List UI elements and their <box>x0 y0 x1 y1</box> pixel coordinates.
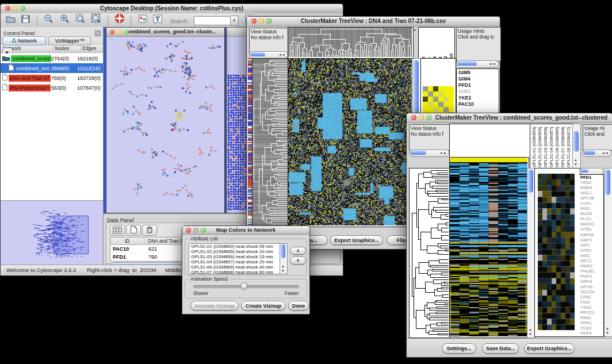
close-icon[interactable] <box>411 115 416 120</box>
gene-label[interactable]: MAK31 <box>579 221 603 227</box>
attribute-list-scrollbar[interactable]: ▲▼ <box>280 243 288 274</box>
column-dendrogram-panel[interactable] <box>288 27 414 59</box>
gene-label[interactable]: GPI16 <box>579 284 603 289</box>
row-label[interactable]: PAC10 <box>457 101 499 108</box>
trash-icon[interactable] <box>142 225 157 236</box>
tab-vizmapper[interactable]: VizMapper™ <box>48 36 91 45</box>
zoom-fit-icon[interactable] <box>91 13 102 28</box>
attribute-item[interactable]: GPL51-01 (GSM854) heat shock 05 min <box>189 244 280 249</box>
gene-label[interactable]: VIP1 <box>579 243 603 248</box>
gene-label[interactable]: SEC24 <box>579 289 603 294</box>
network-row[interactable]: DNA and Tran 07769(0)183728(0) <box>1 73 103 83</box>
gene-label[interactable]: GTB1 <box>579 227 603 232</box>
gene-label[interactable]: TCB3 <box>579 325 603 331</box>
zoom-window-icon[interactable] <box>426 115 431 120</box>
gene-label[interactable]: MSI1 <box>579 253 603 258</box>
column-labels-vscrollbar[interactable]: ▲▼ <box>572 124 581 168</box>
export-graphics-button[interactable]: Export Graphics... <box>330 235 383 245</box>
animate-vizmap-button[interactable]: Animate Vizmap <box>190 301 239 311</box>
tree-expand-arrow[interactable]: ► <box>414 28 417 32</box>
move-down-button[interactable]: ∨ <box>290 256 306 265</box>
attribute-table-icon[interactable] <box>110 225 125 236</box>
row-label[interactable]: PFD1 <box>457 82 499 89</box>
gene-label[interactable]: KAP95 <box>579 232 603 237</box>
gene-label[interactable]: ELG1 <box>579 216 603 221</box>
heatmap-panel[interactable] <box>449 157 529 338</box>
vizmapper-icon[interactable] <box>137 14 148 28</box>
minimize-icon[interactable] <box>237 30 242 35</box>
minimize-icon[interactable] <box>13 6 18 11</box>
open-folder-icon[interactable] <box>5 14 16 28</box>
gene-label[interactable]: CLN1 <box>579 201 603 206</box>
detail-heatmap-panel[interactable] <box>534 168 580 337</box>
attribute-item[interactable]: GPL51-03 (GSM856) heat shock 15 min <box>189 254 280 259</box>
attribute-list[interactable]: GPL51-01 (GSM854) heat shock 05 minGPL51… <box>189 243 281 274</box>
network-view-canvas[interactable] <box>106 37 223 211</box>
row-label[interactable]: YKE2 <box>457 95 499 101</box>
network-row[interactable]: combined_scores2764(0)16218(0) <box>1 53 103 63</box>
heatmap-panel[interactable] <box>288 58 414 227</box>
gene-label[interactable]: FIG4 <box>579 300 603 305</box>
title-bar[interactable]: ClusterMaker TreeView : DNA and Tran 07-… <box>247 17 500 26</box>
zoom-selected-icon[interactable] <box>75 13 86 28</box>
row-label[interactable]: GIM5 <box>457 70 499 76</box>
minimize-icon[interactable] <box>259 18 264 24</box>
close-icon[interactable] <box>5 6 10 11</box>
close-icon[interactable] <box>251 18 257 24</box>
save-icon[interactable] <box>21 14 30 28</box>
minimize-icon[interactable] <box>117 30 121 35</box>
network-row[interactable]: combined_sco2569(6)13112(15) <box>1 63 103 73</box>
zoom-window-icon[interactable] <box>201 228 206 233</box>
move-up-button[interactable]: ∧ <box>290 247 306 255</box>
minimize-icon[interactable] <box>193 228 198 233</box>
gene-label[interactable]: RPN1 <box>579 320 603 325</box>
gene-label[interactable]: BUD4 <box>579 211 603 216</box>
zoom-window-icon[interactable] <box>20 6 25 11</box>
save-data-button[interactable]: Save Data... <box>482 343 519 354</box>
network-row[interactable]: RNAPuberNov2+563(0)107847(0) <box>1 83 103 93</box>
search-dropdown-button[interactable]: ▾ <box>231 16 239 26</box>
title-bar[interactable]: Cytoscape Desktop (Session Name: collins… <box>1 4 343 14</box>
export-graphics-button[interactable]: Export Graphics... <box>524 343 575 354</box>
gene-label[interactable]: HAP3 <box>579 237 603 243</box>
gene-label[interactable]: CPA2 <box>579 294 603 300</box>
detail-vscrollbar[interactable]: ▲▼ <box>604 168 612 337</box>
gene-label[interactable]: NTR2 <box>579 248 603 253</box>
title-bar[interactable]: ClusterMaker TreeView : combined_scores_… <box>407 113 612 123</box>
zoom-in-icon[interactable] <box>59 13 70 28</box>
settings-button[interactable]: Settings... <box>442 343 476 354</box>
attribute-item[interactable]: GPL51-02 (GSM855) heat shock 10 min <box>189 249 280 254</box>
zoom-window-icon[interactable] <box>124 30 128 35</box>
minimize-icon[interactable] <box>419 115 424 120</box>
filter-icon[interactable] <box>152 14 163 28</box>
create-vizmap-button[interactable]: Create Vizmap <box>241 301 286 311</box>
gene-label[interactable]: RNR4 <box>579 185 603 190</box>
gene-label[interactable]: YSH1 <box>579 305 603 310</box>
gene-label[interactable]: PUF3 <box>579 274 603 279</box>
gene-label[interactable]: YRA1 <box>579 180 603 185</box>
attribute-item[interactable]: GPL51-06 (GSM865) heat shock 40 min <box>189 265 280 270</box>
title-bar[interactable]: Map Colors to Network <box>182 226 309 235</box>
gene-label[interactable]: RPO21 <box>579 310 603 315</box>
zoom-out-icon[interactable] <box>43 13 54 28</box>
close-icon[interactable] <box>110 30 114 35</box>
gene-label[interactable]: HMG1 <box>579 263 603 269</box>
row-dendrogram-panel[interactable] <box>409 168 450 338</box>
close-icon[interactable] <box>186 228 191 233</box>
row-label[interactable]: GIM4 <box>457 76 499 82</box>
view-status-scrollbar[interactable]: ◄► <box>409 150 449 157</box>
gene-label[interactable]: SEC1 <box>579 258 603 263</box>
usage-hints-scrollbar[interactable]: ◄► <box>583 150 611 157</box>
search-input[interactable] <box>194 16 231 25</box>
gene-label[interactable]: PEP5 <box>579 331 603 336</box>
help-lifesaver-icon[interactable] <box>114 13 125 28</box>
network-frame-1[interactable]: combined_scores_good.txt--cluste... <box>106 27 225 213</box>
attribute-item[interactable]: GPL51-07 (GSM868) heat shock 60 min <box>189 270 280 274</box>
done-button[interactable]: Done <box>288 301 309 311</box>
zoom-window-icon[interactable] <box>266 18 271 24</box>
new-page-icon[interactable] <box>126 225 141 236</box>
tab-network[interactable]: Network <box>2 36 46 45</box>
network-overview-canvas[interactable] <box>1 201 102 265</box>
row-dendrogram-panel[interactable] <box>252 58 290 227</box>
gene-label[interactable]: MON2 <box>579 336 603 337</box>
